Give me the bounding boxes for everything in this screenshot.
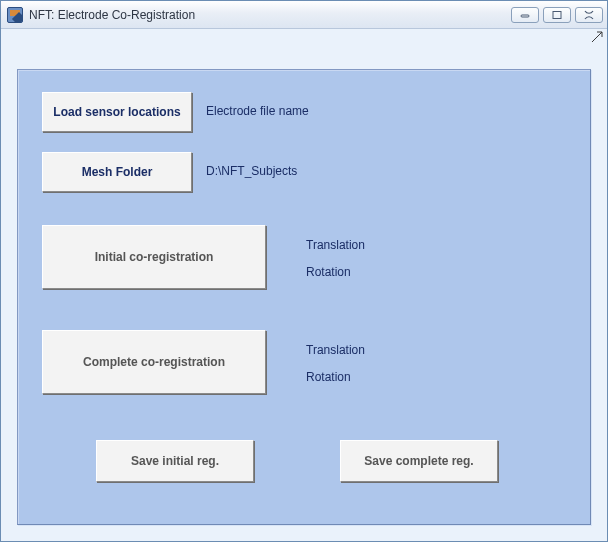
client-area: Load sensor locations Electrode file nam… [1,29,607,541]
svg-rect-1 [553,11,561,18]
close-icon [583,10,595,20]
mesh-folder-button[interactable]: Mesh Folder [42,152,192,192]
mesh-folder-path: D:\NFT_Subjects [206,164,297,178]
minimize-button[interactable] [511,7,539,23]
svg-rect-0 [521,15,529,17]
close-button[interactable] [575,7,603,23]
initial-rotation-label: Rotation [306,265,351,279]
complete-rotation-label: Rotation [306,370,351,384]
titlebar: NFT: Electrode Co-Registration [1,1,607,29]
electrode-file-name-label: Electrode file name [206,104,309,118]
main-panel: Load sensor locations Electrode file nam… [17,69,591,525]
initial-coregistration-button[interactable]: Initial co-registration [42,225,266,289]
complete-translation-label: Translation [306,343,365,357]
complete-coregistration-button[interactable]: Complete co-registration [42,330,266,394]
maximize-icon [551,10,563,20]
save-complete-reg-button[interactable]: Save complete reg. [340,440,498,482]
minimize-icon [519,11,531,19]
load-sensor-locations-button[interactable]: Load sensor locations [42,92,192,132]
app-window: NFT: Electrode Co-Registration [0,0,608,542]
window-title: NFT: Electrode Co-Registration [29,8,203,22]
matlab-icon [7,7,23,23]
save-initial-reg-button[interactable]: Save initial reg. [96,440,254,482]
initial-translation-label: Translation [306,238,365,252]
maximize-button[interactable] [543,7,571,23]
window-controls [511,7,603,23]
